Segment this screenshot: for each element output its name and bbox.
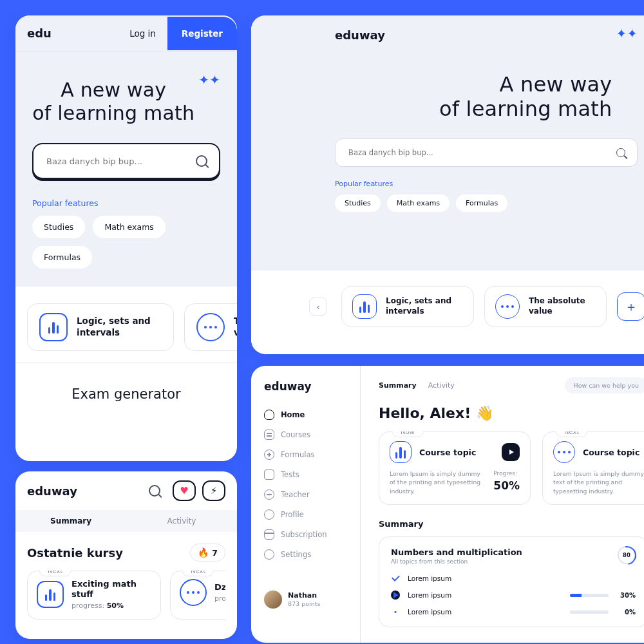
bolt-button[interactable]: ⚡ (202, 480, 225, 501)
brand-logo: eduway (27, 484, 137, 498)
course-card-now[interactable]: Now Course topic Lorem Ipsum is simply d… (379, 431, 531, 505)
course-cards-row: Now Course topic Lorem Ipsum is simply d… (379, 431, 644, 505)
course-title: Course topic (419, 448, 476, 457)
course-desc: Lorem Ipsum is simply dummy text of the … (553, 469, 644, 495)
search-input[interactable] (45, 156, 196, 167)
hero: eduway A new way of learning math ✦✦ Pop… (251, 15, 644, 270)
plus-icon (264, 450, 274, 460)
scroll-left-button[interactable]: ‹ (309, 298, 327, 316)
help-search[interactable]: How can we help you (565, 377, 644, 393)
sidebar-item-teacher[interactable]: Teacher (264, 489, 347, 500)
user-block[interactable]: Nathan 873 points (264, 591, 347, 609)
summary-title: Numbers and multiplication (391, 547, 636, 557)
topic-card-absolute[interactable]: The absolute value (484, 286, 607, 327)
bolt-icon: ⚡ (211, 485, 218, 497)
search-bar[interactable] (32, 143, 220, 179)
search-icon[interactable] (143, 480, 166, 501)
topbar: eduway ♥ ⚡ (15, 471, 237, 510)
tab-summary[interactable]: Summary (379, 381, 417, 390)
course-title: Course topic (583, 448, 639, 457)
sidebar-item-courses[interactable]: Courses (264, 430, 347, 440)
dots-icon (495, 294, 520, 319)
status-badge: Now (392, 431, 423, 437)
heart-icon: ♥ (180, 485, 188, 497)
course-progress: progress: 50% (71, 601, 151, 610)
wave-icon: 👋 (476, 405, 493, 421)
fire-icon: 🔥 (198, 547, 209, 558)
popular-features-label: Popular features (335, 180, 638, 188)
brand-logo: eduway (264, 380, 347, 393)
sidebar-item-tests[interactable]: Tests (264, 469, 347, 480)
mobile-topbar: edu Log in Register (15, 15, 237, 52)
sidebar: eduway Home Courses Formulas Tests Teach… (251, 366, 361, 643)
course-title: Dziel natu (214, 582, 225, 592)
sparkle-icon: ✦✦ (616, 27, 638, 40)
sidebar-item-subscription[interactable]: Subscription (264, 529, 347, 540)
search-input[interactable] (347, 147, 616, 158)
add-topic-button[interactable]: ＋ (617, 292, 644, 321)
topic-label: Logic, sets and intervals (386, 296, 463, 316)
topic-card-logic[interactable]: Logic, sets and intervals (27, 303, 174, 351)
progress-label: Progres: (493, 469, 520, 478)
topic-label: Logic, sets and intervals (77, 316, 162, 338)
progress-bar (570, 611, 609, 614)
mobile-landing-panel: edu Log in Register A new way of learnin… (15, 15, 237, 461)
headline: A new way of learning math (439, 72, 612, 122)
streak-badge[interactable]: 🔥7 (190, 544, 225, 562)
popular-features-label: Popular features (32, 198, 220, 208)
summary-list: Lorem ipsum Lorem ipsum 30% • Lorem ipsu… (391, 574, 636, 616)
topic-cards: Logic, sets and intervals The absolute v… (15, 287, 237, 363)
search-icon[interactable] (196, 155, 207, 167)
sidebar-item-formulas[interactable]: Formulas (264, 450, 347, 460)
exam-generator-heading: Exam generator (15, 363, 237, 425)
register-button[interactable]: Register (167, 17, 237, 50)
summary-row[interactable]: Lorem ipsum (391, 574, 636, 583)
summary-card: Numbers and multiplication All topics fr… (379, 536, 644, 627)
topic-cards-row: ‹ Logic, sets and intervals The absolute… (251, 270, 644, 343)
dots-icon (553, 441, 575, 463)
check-icon (391, 574, 400, 583)
topic-card-logic[interactable]: Logic, sets and intervals (341, 286, 474, 327)
topic-card-absolute[interactable]: The absolute value (184, 303, 237, 351)
progress-pct: 30% (616, 592, 636, 599)
chip-studies[interactable]: Studies (32, 216, 85, 238)
tab-summary[interactable]: Summary (15, 510, 126, 532)
favorites-button[interactable]: ♥ (173, 480, 196, 501)
login-button[interactable]: Log in (120, 17, 165, 50)
dot-icon: • (391, 607, 400, 616)
progress-ring: 80 (618, 546, 636, 564)
bars-icon (37, 581, 64, 608)
tab-activity[interactable]: Activity (428, 381, 455, 390)
sidebar-item-home[interactable]: Home (264, 410, 347, 420)
summary-row[interactable]: • Lorem ipsum 0% (391, 607, 636, 616)
sidebar-item-settings[interactable]: Settings (264, 549, 347, 560)
search-icon[interactable] (616, 148, 625, 157)
brand-logo: edu (27, 26, 52, 40)
home-icon (264, 410, 274, 420)
course-title: Exciting math stuff (71, 579, 151, 600)
course-desc: Lorem Ipsum is simply dummy of the print… (390, 469, 484, 495)
search-bar[interactable] (335, 138, 638, 167)
tab-activity[interactable]: Activity (126, 510, 237, 532)
play-button[interactable] (502, 443, 520, 461)
course-progress: prog (214, 594, 225, 603)
hero: A new way of learning math ✦✦ Popular fe… (15, 52, 237, 287)
chip-math-exams[interactable]: Math exams (93, 216, 165, 238)
card-icon (264, 529, 274, 540)
chip-math-exams[interactable]: Math exams (387, 194, 450, 212)
chips: Studies Math exams Formulas (335, 194, 638, 212)
course-card-next[interactable]: Next Course topic Lorem Ipsum is simply … (542, 431, 644, 505)
chip-studies[interactable]: Studies (335, 194, 381, 212)
chip-formulas[interactable]: Formulas (456, 194, 507, 212)
course-card[interactable]: Next Exciting math stuff progress: 50% (27, 571, 161, 620)
course-card[interactable]: Next Dziel natu prog (170, 571, 225, 620)
brand-logo: eduway (335, 28, 385, 42)
progress-pct: 0% (616, 609, 636, 616)
sidebar-item-profile[interactable]: Profile (264, 509, 347, 520)
summary-row[interactable]: Lorem ipsum 30% (391, 591, 636, 600)
chip-formulas[interactable]: Formulas (32, 246, 92, 269)
list-icon (264, 430, 274, 440)
summary-heading: Summary (379, 519, 644, 529)
user-name: Nathan (288, 592, 320, 600)
progress-value: 50% (493, 478, 520, 494)
